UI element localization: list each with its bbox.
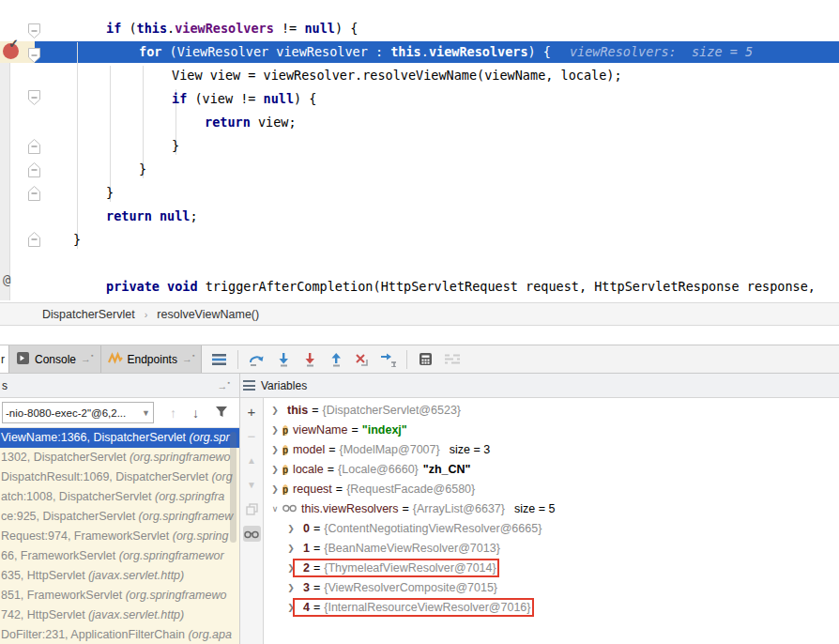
fold-marker-icon[interactable] (28, 23, 40, 42)
breadcrumb-method[interactable]: resolveViewName() (157, 308, 259, 321)
chevron-down-icon: ▼ (142, 408, 150, 418)
expand-arrow-icon[interactable]: ❯ (286, 583, 296, 592)
variable-row[interactable]: ❯2={ThymeleafViewResolver@7014} (264, 558, 839, 577)
frame-row[interactable]: ce:925, DispatcherServlet (org.springfra… (0, 507, 239, 527)
variables-header-label: Variables (261, 379, 307, 392)
variable-row[interactable]: ❯pviewName="indexj" (264, 420, 839, 439)
expand-arrow-icon[interactable]: ❯ (270, 425, 280, 435)
parameter-icon: p (282, 483, 288, 496)
watch-glasses-icon (282, 502, 297, 515)
thread-selector-dropdown[interactable]: -nio-8080-exec-2"@6,2... ▼ (2, 402, 154, 423)
expand-arrow-icon[interactable]: ❯ (286, 563, 296, 573)
frame-row[interactable]: ViewName:1366, DispatcherServlet (org.sp… (0, 428, 239, 448)
variable-row[interactable]: ❯0={ContentNegotiatingViewResolver@6665} (264, 518, 839, 538)
parameter-icon: p (282, 463, 288, 476)
variable-row[interactable]: ❯pmodel={ModelMap@7007}size = 3 (264, 439, 839, 459)
frame-row[interactable]: DoFilter:231, ApplicationFilterChain (or… (0, 625, 239, 644)
variable-name: locale (293, 463, 324, 476)
variables-tree: ❯this={DispatcherServlet@6523}❯pviewName… (264, 398, 839, 644)
collapse-arrow-icon[interactable]: ∨ (270, 504, 280, 514)
fold-marker-icon[interactable] (28, 186, 40, 205)
frame-row[interactable]: 66, FrameworkServlet (org.springframewor (0, 546, 239, 566)
variable-row[interactable]: ❯this={DispatcherServlet@6523} (264, 400, 839, 420)
expand-arrow-icon[interactable]: ❯ (270, 445, 280, 454)
frames-scrollbar[interactable] (230, 432, 236, 543)
variable-row[interactable]: ❯1={BeanNameViewResolver@7013} (264, 538, 839, 558)
variable-name: 3 (303, 581, 310, 594)
step-into-icon[interactable] (275, 351, 291, 367)
expand-arrow-icon[interactable]: ❯ (286, 603, 296, 612)
variable-value: {ModelMap@7007} (339, 443, 439, 456)
tab-pin-arrow-icon[interactable]: →▪ (81, 352, 93, 364)
breadcrumb-class[interactable]: DispatcherServlet (42, 308, 135, 321)
thread-selector-value: -nio-8080-exec-2"@6,2... (6, 407, 126, 419)
fold-marker-icon[interactable] (28, 232, 40, 251)
frame-row[interactable]: 635, HttpServlet (javax.servlet.http) (0, 566, 239, 586)
tab-console-label: Console (35, 353, 76, 366)
drop-frame-icon[interactable] (354, 351, 370, 367)
code-line (0, 252, 839, 275)
frame-row[interactable]: 1302, DispatcherServlet (org.springframe… (0, 448, 239, 468)
previous-frame-icon[interactable]: ↑ (170, 406, 176, 420)
expand-arrow-icon[interactable]: ❯ (270, 465, 280, 474)
duplicate-watch-icon[interactable] (243, 501, 261, 517)
inline-debugger-hint: viewResolvers: size = 5 (570, 44, 753, 59)
variable-row[interactable]: ❯3={ViewResolverComposite@7015} (264, 577, 839, 597)
fold-marker-icon[interactable] (28, 90, 40, 109)
variable-row[interactable]: ❯plocale={Locale@6660}"zh_CN" (264, 459, 839, 479)
run-to-cursor-icon[interactable] (380, 351, 396, 367)
parameter-icon: p (282, 443, 288, 456)
panel-pin-arrow-icon[interactable]: →▪ (218, 379, 230, 391)
variable-name: 4 (303, 601, 310, 614)
variable-value: {InternalResourceViewResolver@7016} (324, 601, 530, 614)
next-frame-icon[interactable]: ↓ (192, 406, 199, 420)
variable-row[interactable]: ∨this.viewResolvers={ArrayList@6637}size… (264, 498, 839, 518)
variable-size: size = 3 (450, 443, 490, 456)
variable-name: request (293, 483, 332, 496)
tab-endpoints[interactable]: Endpoints →▪ (101, 345, 203, 373)
layout-settings-icon[interactable] (444, 351, 460, 367)
code-line: private void triggerAfterCompletion(Http… (0, 275, 839, 299)
variable-row[interactable]: ❯prequest={RequestFacade@6580} (264, 479, 839, 498)
variable-tostring-value: "zh_CN" (423, 463, 471, 476)
fold-marker-icon[interactable] (28, 139, 40, 158)
expand-arrow-icon[interactable]: ❯ (270, 484, 280, 494)
frame-row[interactable]: DispatchResult:1069, DispatcherServlet (… (0, 468, 239, 487)
step-over-icon[interactable] (249, 351, 265, 367)
move-up-icon[interactable]: ▲ (243, 452, 261, 468)
force-step-into-icon[interactable] (301, 351, 317, 367)
fold-marker-icon[interactable] (28, 48, 40, 67)
watches-toolbar: + − ▲ ▼ (240, 398, 264, 644)
add-watch-icon[interactable]: + (243, 404, 261, 420)
frame-row[interactable]: Request:974, FrameworkServlet (org.sprin… (0, 527, 239, 546)
variable-value: {BeanNameViewResolver@7013} (324, 542, 500, 555)
frame-row[interactable]: 851, FrameworkServlet (org.springframewo (0, 586, 239, 606)
variable-row[interactable]: ❯4={InternalResourceViewResolver@7016} (264, 597, 839, 617)
move-down-icon[interactable]: ▼ (243, 477, 261, 493)
variable-name: 1 (303, 542, 310, 555)
breadcrumb-separator: › (145, 309, 148, 320)
fold-marker-icon[interactable] (28, 162, 40, 181)
variable-value: {ContentNegotiatingViewResolver@6665} (324, 522, 542, 535)
step-out-icon[interactable] (328, 351, 343, 367)
hamburger-menu-icon[interactable] (211, 351, 227, 367)
evaluate-expression-icon[interactable] (418, 351, 434, 367)
expand-arrow-icon[interactable]: ❯ (270, 406, 280, 415)
filter-icon[interactable] (215, 406, 228, 420)
expand-arrow-icon[interactable]: ❯ (286, 544, 296, 553)
remove-watch-icon[interactable]: − (243, 428, 261, 444)
frame-row[interactable]: 742, HttpServlet (javax.servlet.http) (0, 606, 239, 625)
variable-name: this (287, 404, 308, 417)
variable-name: viewName (293, 423, 347, 437)
code-line: } (0, 181, 839, 205)
frame-row[interactable]: atch:1008, DispatcherServlet (org.spring… (0, 487, 239, 507)
show-watches-icon[interactable] (243, 526, 261, 542)
tab-debugger-partial[interactable]: r (0, 345, 9, 373)
tab-pin-arrow-icon[interactable]: →▪ (182, 352, 194, 364)
code-line: View view = viewResolver.resolveViewName… (0, 64, 839, 87)
code-editor[interactable]: ✓ if (this.viewResolvers != null) {for (… (0, 0, 839, 302)
frames-panel-header: s →▪ (0, 374, 239, 398)
tab-console[interactable]: Console →▪ (9, 345, 101, 373)
frames-toolbar: -nio-8080-exec-2"@6,2... ▼ ↑ ↓ (0, 398, 239, 428)
expand-arrow-icon[interactable]: ❯ (286, 524, 296, 533)
